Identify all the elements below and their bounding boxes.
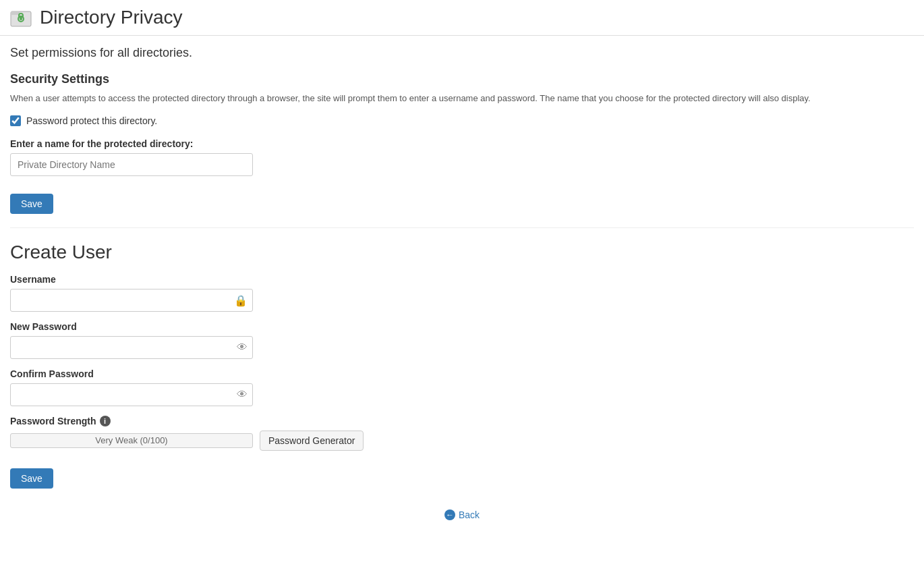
page-subtitle: Set permissions for all directories.: [10, 46, 914, 60]
password-protect-checkbox[interactable]: [10, 115, 21, 126]
back-link[interactable]: ← Back: [444, 509, 480, 520]
page-title: Directory Privacy: [40, 7, 183, 28]
security-settings-description: When a user attempts to access the prote…: [10, 92, 914, 105]
back-link-label: Back: [459, 509, 480, 520]
directory-name-input[interactable]: [10, 153, 253, 176]
strength-bar: Very Weak (0/100): [10, 433, 253, 448]
folder-lock-icon: [10, 7, 32, 28]
confirm-password-label: Confirm Password: [10, 368, 914, 379]
new-password-input-wrapper: 👁: [10, 336, 253, 359]
strength-bar-value: Very Weak (0/100): [16, 435, 247, 445]
password-strength-row: Very Weak (0/100) Password Generator: [10, 431, 914, 451]
directory-name-label: Enter a name for the protected directory…: [10, 138, 914, 149]
username-input[interactable]: [10, 289, 253, 312]
username-input-wrapper: 🔒: [10, 289, 253, 312]
username-group: Username 🔒: [10, 274, 914, 312]
svg-rect-1: [11, 11, 20, 15]
main-content: Set permissions for all directories. Sec…: [0, 36, 924, 544]
confirm-password-toggle-icon[interactable]: 👁: [237, 389, 248, 401]
password-strength-text: Password Strength: [10, 416, 96, 426]
svg-rect-5: [18, 17, 24, 21]
page-header: Directory Privacy: [0, 0, 924, 36]
password-strength-label: Password Strength i: [10, 416, 914, 426]
username-label: Username: [10, 274, 914, 285]
password-strength-section: Password Strength i Very Weak (0/100) Pa…: [10, 416, 914, 451]
directory-name-group: Enter a name for the protected directory…: [10, 138, 914, 176]
new-password-input[interactable]: [10, 336, 253, 359]
confirm-password-input-wrapper: 👁: [10, 383, 253, 406]
confirm-password-group: Confirm Password 👁: [10, 368, 914, 406]
section-divider: [10, 227, 914, 228]
new-password-group: New Password 👁: [10, 321, 914, 359]
confirm-password-input[interactable]: [10, 383, 253, 406]
create-user-save-button[interactable]: Save: [10, 468, 53, 489]
password-strength-info-icon[interactable]: i: [100, 416, 111, 426]
security-save-button[interactable]: Save: [10, 194, 53, 214]
new-password-label: New Password: [10, 321, 914, 332]
username-icon: 🔒: [234, 294, 248, 306]
create-user-title: Create User: [10, 242, 914, 263]
password-generator-button[interactable]: Password Generator: [260, 431, 364, 451]
back-circle-icon: ←: [444, 509, 455, 520]
security-settings-title: Security Settings: [10, 72, 914, 86]
new-password-toggle-icon[interactable]: 👁: [237, 341, 248, 354]
password-protect-checkbox-row: Password protect this directory.: [10, 115, 914, 126]
password-protect-label: Password protect this directory.: [26, 115, 157, 126]
back-link-row: ← Back: [10, 509, 914, 534]
